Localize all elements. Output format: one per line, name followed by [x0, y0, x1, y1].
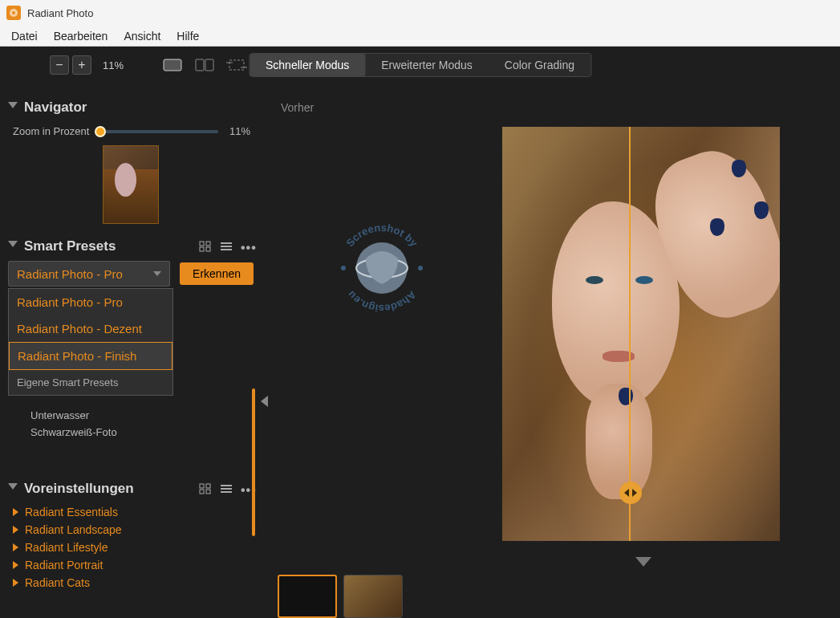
- smart-presets-title: Smart Presets: [24, 238, 199, 254]
- scene-list: Unterwasser Schwarzweiß-Foto: [8, 407, 254, 441]
- filmstrip: [278, 575, 403, 618]
- scene-item[interactable]: Schwarzweiß-Foto: [30, 424, 254, 441]
- more-options-icon[interactable]: •••: [241, 241, 254, 252]
- preset-category[interactable]: Radiant Portrait: [5, 556, 257, 574]
- menubar: Datei Bearbeiten Ansicht Hilfe: [0, 26, 840, 47]
- grid-view-icon[interactable]: [199, 241, 212, 252]
- mode-extended[interactable]: Erweiterter Modus: [365, 54, 489, 76]
- left-sidebar: Navigator Zoom in Prozent 11% Smart Pres…: [0, 83, 262, 618]
- chevron-left-icon: [261, 396, 268, 407]
- chevron-down-icon: [153, 271, 161, 276]
- zoom-slider[interactable]: [100, 130, 218, 133]
- svg-rect-11: [206, 247, 210, 251]
- svg-rect-4: [205, 59, 213, 71]
- preset-category-label: Radiant Landscape: [25, 523, 122, 536]
- zoom-out-button[interactable]: −: [50, 55, 69, 75]
- svg-point-1: [12, 11, 15, 14]
- menu-help[interactable]: Hilfe: [168, 28, 207, 44]
- before-label: Vorher: [281, 101, 314, 114]
- preset-own-label[interactable]: Eigene Smart Presets: [9, 370, 172, 395]
- mode-color-grading[interactable]: Color Grading: [489, 54, 590, 76]
- watermark-badge: Screenshot by Ahadesign.eu: [334, 220, 430, 316]
- image-viewer: Vorher Screenshot by Ahadesign.eu: [262, 83, 840, 618]
- compare-split-handle[interactable]: [619, 482, 642, 504]
- menu-file[interactable]: Datei: [3, 28, 46, 44]
- preset-select[interactable]: Radiant Photo - Pro: [8, 261, 170, 287]
- filmstrip-thumb[interactable]: [278, 575, 337, 618]
- preset-category-label: Radiant Essentials: [25, 506, 118, 518]
- list-view-icon[interactable]: [220, 483, 233, 494]
- svg-rect-5: [229, 60, 244, 70]
- chevron-right-icon: [13, 508, 18, 516]
- svg-point-26: [341, 266, 346, 270]
- sidebar-scrollbar[interactable]: [252, 388, 255, 536]
- mode-quick[interactable]: Schneller Modus: [250, 54, 365, 76]
- app-title: Radiant Photo: [27, 7, 93, 19]
- preset-category[interactable]: Radiant Landscape: [5, 521, 257, 539]
- svg-rect-3: [196, 59, 204, 71]
- svg-rect-2: [164, 59, 181, 71]
- menu-edit[interactable]: Bearbeiten: [46, 28, 116, 44]
- mode-switch: Schneller Modus Erweiterter Modus Color …: [249, 53, 591, 77]
- preset-dropdown: Radiant Photo - Pro Radiant Photo - Deze…: [8, 288, 173, 396]
- window-titlebar: Radiant Photo: [0, 0, 840, 26]
- preset-category[interactable]: Radiant Essentials: [5, 503, 257, 521]
- view-single-icon[interactable]: [162, 57, 183, 73]
- svg-rect-15: [200, 484, 204, 488]
- svg-rect-16: [206, 484, 210, 488]
- navigator-header[interactable]: Navigator: [5, 91, 257, 122]
- svg-point-27: [418, 266, 423, 270]
- zoom-in-button[interactable]: +: [72, 55, 91, 75]
- svg-rect-9: [206, 242, 210, 246]
- svg-rect-8: [200, 242, 204, 246]
- chevron-right-icon: [13, 579, 18, 587]
- preset-category[interactable]: Radiant Cats: [5, 574, 257, 592]
- preview-image[interactable]: [502, 127, 780, 541]
- preset-category-label: Radiant Portrait: [25, 559, 103, 571]
- zoom-label: Zoom in Prozent: [13, 125, 89, 137]
- menu-view[interactable]: Ansicht: [116, 28, 168, 44]
- presets-title: Voreinstellungen: [24, 481, 199, 497]
- presets-header[interactable]: Voreinstellungen •••: [5, 473, 257, 503]
- svg-rect-10: [200, 247, 204, 251]
- chevron-down-icon: [8, 241, 18, 252]
- preset-selected-label: Radiant Photo - Pro: [17, 267, 123, 281]
- svg-rect-17: [200, 490, 204, 494]
- compare-split-line: [629, 127, 631, 541]
- expand-filmstrip-button[interactable]: [635, 557, 651, 567]
- preset-category-label: Radiant Cats: [25, 576, 90, 589]
- preset-option[interactable]: Radiant Photo - Finish: [9, 342, 172, 370]
- detect-button[interactable]: Erkennen: [180, 262, 254, 285]
- grid-view-icon[interactable]: [199, 483, 212, 494]
- preset-category[interactable]: Radiant Lifestyle: [5, 539, 257, 556]
- top-toolbar: − + 11% Schneller Modus Erweiterter Modu…: [0, 47, 840, 83]
- zoom-slider-row: Zoom in Prozent 11%: [5, 122, 257, 145]
- view-split-icon[interactable]: [194, 57, 215, 73]
- scene-item[interactable]: Unterwasser: [30, 407, 254, 424]
- chevron-right-icon: [13, 526, 18, 534]
- navigator-thumbnail[interactable]: [103, 145, 159, 224]
- chevron-right-icon: [13, 543, 18, 551]
- preset-option[interactable]: Radiant Photo - Pro: [9, 289, 172, 315]
- preset-option[interactable]: Radiant Photo - Dezent: [9, 315, 172, 342]
- view-crop-icon[interactable]: [226, 57, 247, 73]
- navigator-title: Navigator: [24, 100, 254, 116]
- filmstrip-thumb[interactable]: [343, 575, 403, 618]
- chevron-down-icon: [8, 483, 18, 494]
- zoom-slider-thumb[interactable]: [95, 126, 106, 137]
- zoom-value: 11%: [229, 125, 250, 137]
- smart-presets-header[interactable]: Smart Presets •••: [5, 230, 257, 261]
- chevron-down-icon: [8, 102, 18, 113]
- app-icon: [6, 6, 21, 20]
- preset-category-label: Radiant Lifestyle: [25, 541, 108, 554]
- chevron-right-icon: [13, 561, 18, 569]
- svg-rect-18: [206, 490, 210, 494]
- zoom-percent-label: 11%: [103, 59, 124, 71]
- collapse-sidebar-button[interactable]: [259, 393, 269, 409]
- list-view-icon[interactable]: [220, 241, 233, 252]
